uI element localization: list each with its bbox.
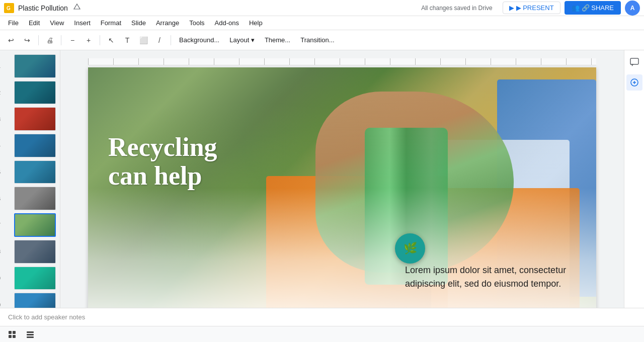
toolbar-text[interactable]: T [120,33,134,47]
slide-num-12: 12 [0,90,1,96]
svg-marker-2 [74,4,80,9]
slide-panel: 11 12 13 14 15 16 17 18 [0,50,60,308]
toolbar-zoom-out[interactable]: − [65,33,79,47]
grid-view-button[interactable] [6,328,18,340]
toolbar-divider-2 [61,35,61,45]
menu-view[interactable]: View [46,18,68,28]
app-title: Plastic Pollution [18,4,68,12]
menu-addons[interactable]: Add-ons [211,18,243,28]
toolbar-print[interactable]: 🖨 [43,33,57,47]
sidebar-shapes-icon[interactable] [626,74,642,91]
menu-format[interactable]: Format [97,18,125,28]
svg-text:G: G [7,6,11,11]
slide-thumb-wrapper-19: 19 [4,267,56,290]
saved-status: All changes saved in Drive [421,5,492,12]
slide-num-17: 17 [0,222,1,228]
present-button[interactable]: ▶ ▶ PRESENT [503,2,560,14]
slide-thumb-wrapper-17: 17 [4,213,56,237]
slide-thumbnail-20[interactable] [14,293,56,308]
lorem-text: Lorem ipsum dolor sit amet, consectetur … [405,264,571,291]
speaker-notes[interactable]: Click to add speaker notes [0,308,644,326]
slide-thumbnail-11[interactable] [14,54,56,78]
menu-file[interactable]: File [4,18,23,28]
svg-rect-9 [13,335,16,338]
menubar: File Edit View Insert Format Slide Arran… [0,16,644,30]
toolbar: ↩ ↪ 🖨 − + ↖ T ⬜ / Background... Layout ▾… [0,30,644,50]
toolbar-redo[interactable]: ↪ [20,33,34,47]
menu-arrange[interactable]: Arrange [152,18,183,28]
slide-thumb-wrapper-18: 18 [4,240,56,264]
menu-help[interactable]: Help [245,18,267,28]
menu-edit[interactable]: Edit [25,18,44,28]
slide-num-15: 15 [0,169,1,175]
toolbar-layout[interactable]: Layout ▾ [225,35,259,45]
toolbar-transition[interactable]: Transition... [296,35,338,45]
slide-num-19: 19 [0,275,1,281]
toolbar-divider-3 [100,35,100,45]
toolbar-undo[interactable]: ↩ [4,33,18,47]
slide-thumb-wrapper-12: 12 [4,81,56,105]
svg-rect-4 [630,58,638,64]
drive-icon [73,3,81,13]
svg-rect-12 [27,336,34,338]
slide-num-18: 18 [0,249,1,254]
slide-num-16: 16 [0,196,1,201]
slide-thumb-wrapper-13: 13 [4,107,56,131]
app-bottom-bar [0,326,644,342]
slide-thumbnail-13[interactable] [14,107,56,131]
svg-rect-11 [27,334,34,335]
toolbar-shape[interactable]: ⬜ [136,33,150,47]
toolbar-cursor[interactable]: ↖ [104,33,118,47]
slide-thumb-wrapper-16: 16 [4,187,56,210]
ruler [88,58,596,65]
present-label: ▶ PRESENT [516,4,554,12]
toolbar-line[interactable]: / [152,33,167,47]
share-button[interactable]: 👥 🔗 SHARE [565,1,621,15]
slide-thumb-wrapper-11: 11 [4,54,56,78]
slide-thumbnail-18[interactable] [14,240,56,264]
user-avatar[interactable]: A [625,1,640,16]
toolbar-divider-4 [171,35,171,45]
svg-rect-8 [9,335,12,338]
menu-slide[interactable]: Slide [127,18,150,28]
menu-tools[interactable]: Tools [185,18,208,28]
slide-thumbnail-14[interactable] [14,134,56,157]
slide-title-line2: can help [108,161,217,190]
svg-rect-7 [13,331,16,334]
slide-num-11: 11 [0,63,1,69]
slide-thumbnail-15[interactable] [14,160,56,184]
slide-thumb-wrapper-15: 15 [4,160,56,184]
toolbar-zoom-in[interactable]: + [82,33,96,47]
leaf-icon: 🌿 [404,242,417,255]
editor-area[interactable]: Recycling can help 🌿 Lorem ipsum dolor s… [60,50,624,308]
slide-thumb-wrapper-14: 14 [4,134,56,157]
app-icon: G [4,3,14,13]
slide-thumb-wrapper-20: 20 [4,293,56,308]
main-slide[interactable]: Recycling can help 🌿 Lorem ipsum dolor s… [88,67,596,308]
speaker-notes-placeholder: Click to add speaker notes [8,313,85,321]
share-label: 🔗 SHARE [582,4,614,12]
slide-thumbnail-19[interactable] [14,267,56,290]
right-sidebar [624,50,644,308]
list-view-button[interactable] [24,328,36,340]
menu-insert[interactable]: Insert [70,18,95,28]
right-buttons: ▶ ▶ PRESENT 👥 🔗 SHARE A [503,1,640,16]
slide-thumbnail-17-active[interactable] [14,213,56,237]
sidebar-comments-icon[interactable] [626,54,642,70]
slide-thumbnail-12[interactable] [14,81,56,105]
toolbar-divider-1 [38,35,39,45]
svg-rect-10 [27,331,34,333]
titlebar: G Plastic Pollution All changes saved in… [0,0,644,16]
slide-num-13: 13 [0,116,1,122]
slide-num-14: 14 [0,143,1,148]
svg-rect-6 [9,331,12,334]
lorem-box[interactable]: Lorem ipsum dolor sit amet, consectetur … [395,259,581,301]
slide-title[interactable]: Recycling can help [108,133,217,190]
slide-title-line1: Recycling [108,133,217,161]
slide-thumbnail-16[interactable] [14,187,56,210]
toolbar-theme[interactable]: Theme... [261,35,294,45]
slide-num-20: 20 [0,302,1,307]
toolbar-background[interactable]: Background... [175,35,223,45]
share-icon: 👥 [572,4,580,12]
present-icon: ▶ [509,4,514,12]
